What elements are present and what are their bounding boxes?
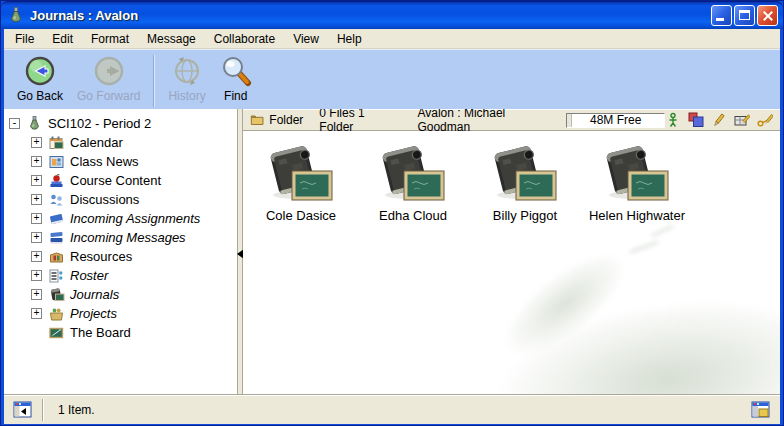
free-space-meter: 48M Free	[566, 113, 665, 128]
resources-icon	[48, 249, 65, 265]
journal-item-cole-dasice[interactable]: Cole Dasice	[245, 145, 357, 223]
folder-info-bar: Folder 0 Files 1 Folder Avalon : Michael…	[243, 109, 780, 131]
history-label: History	[168, 89, 205, 103]
tree-item-incoming-messages[interactable]: + Incoming Messages	[31, 228, 237, 247]
journal-name: Helen Highwater	[589, 208, 685, 223]
journal-item-billy-piggot[interactable]: Billy Piggot	[469, 145, 581, 223]
journal-name: Billy Piggot	[493, 208, 557, 223]
watermark-squiggle	[630, 241, 661, 259]
back-arrow-icon	[24, 55, 56, 87]
journal-item-edha-cloud[interactable]: Edha Cloud	[357, 145, 469, 223]
go-back-label: Go Back	[17, 89, 63, 103]
magnifier-icon	[220, 55, 252, 87]
collapse-panel-icon	[13, 400, 33, 420]
tree-item-roster[interactable]: + Roster	[31, 266, 237, 285]
minimize-icon	[716, 18, 724, 21]
menu-help[interactable]: Help	[328, 30, 371, 48]
class-news-icon	[48, 154, 65, 170]
edit-note-icon[interactable]	[734, 112, 750, 128]
go-forward-button[interactable]: Go Forward	[70, 55, 147, 103]
free-space-label: 48M Free	[567, 113, 664, 127]
pencil-icon[interactable]	[711, 112, 727, 128]
expand-expander-icon[interactable]: +	[31, 137, 42, 148]
statusbar-separator	[42, 399, 44, 421]
folder-panel: Folder 0 Files 1 Folder Avalon : Michael…	[243, 109, 780, 394]
menu-collaborate[interactable]: Collaborate	[205, 30, 284, 48]
incoming-assignments-icon	[48, 211, 65, 227]
history-button[interactable]: History	[161, 55, 212, 103]
app-window: Journals : Avalon File Edit Format Messa…	[0, 0, 784, 426]
menu-format[interactable]: Format	[82, 30, 138, 48]
expand-expander-icon[interactable]: +	[31, 194, 42, 205]
projects-icon	[48, 306, 65, 322]
go-back-button[interactable]: Go Back	[10, 55, 70, 103]
tree-item-projects[interactable]: + Projects	[31, 304, 237, 323]
main-area: - SCI102 - Period 2 + Calendar	[4, 109, 780, 394]
flask-icon	[26, 116, 43, 132]
journal-book-icon	[267, 145, 335, 203]
journal-book-icon	[603, 145, 671, 203]
chalkboard-icon	[48, 325, 65, 341]
status-bar: 1 Item.	[4, 394, 780, 424]
layout-panel-button[interactable]	[751, 400, 771, 420]
collapse-panel-button[interactable]	[4, 400, 42, 420]
tree-item-calendar[interactable]: + Calendar	[31, 133, 237, 152]
window-title: Journals : Avalon	[30, 8, 711, 23]
tree-root-sci102[interactable]: - SCI102 - Period 2	[9, 114, 237, 133]
expand-expander-icon[interactable]: +	[31, 308, 42, 319]
journal-name: Edha Cloud	[379, 208, 447, 223]
menu-message[interactable]: Message	[138, 30, 205, 48]
toolbar-separator	[153, 55, 155, 107]
member-icon[interactable]	[665, 112, 681, 128]
tree-item-class-news[interactable]: + Class News	[31, 152, 237, 171]
folder-type-label: Folder	[269, 113, 303, 127]
course-content-icon	[48, 173, 65, 189]
forward-arrow-icon	[93, 55, 125, 87]
tree-item-the-board[interactable]: The Board	[31, 323, 237, 342]
collapse-expander-icon[interactable]: -	[9, 118, 20, 129]
expand-expander-icon[interactable]: +	[31, 270, 42, 281]
menu-edit[interactable]: Edit	[43, 30, 82, 48]
globe-icon	[171, 55, 203, 87]
toolbar: Go Back Go Forward History	[4, 49, 780, 109]
key-pencil-icon[interactable]	[757, 112, 773, 128]
find-label: Find	[224, 89, 247, 103]
infobar-tools	[665, 112, 773, 128]
minimize-button[interactable]	[711, 5, 732, 26]
folder-icon	[250, 112, 264, 128]
expand-expander-icon[interactable]: +	[31, 175, 42, 186]
tree-item-course-content[interactable]: + Course Content	[31, 171, 237, 190]
expand-expander-icon[interactable]: +	[31, 156, 42, 167]
flask-icon	[7, 7, 25, 25]
expand-expander-icon[interactable]: +	[31, 251, 42, 262]
journal-items: Cole Dasice	[243, 131, 780, 223]
maximize-button[interactable]	[734, 5, 755, 26]
tree-item-resources[interactable]: + Resources	[31, 247, 237, 266]
go-forward-label: Go Forward	[77, 89, 140, 103]
journal-name: Cole Dasice	[266, 208, 336, 223]
expand-expander-icon[interactable]: +	[31, 213, 42, 224]
tree-root-label: SCI102 - Period 2	[48, 116, 151, 131]
expand-expander-icon[interactable]: +	[31, 289, 42, 300]
island-watermark	[487, 234, 642, 374]
discussions-icon	[48, 192, 65, 208]
find-button[interactable]: Find	[213, 55, 259, 103]
menu-file[interactable]: File	[6, 30, 43, 48]
tree-item-journals[interactable]: + Journals	[31, 285, 237, 304]
close-button[interactable]	[757, 5, 778, 26]
tree-item-incoming-assignments[interactable]: + Incoming Assignments	[31, 209, 237, 228]
menu-view[interactable]: View	[284, 30, 328, 48]
item-count-label: 1 Item.	[58, 403, 95, 417]
expand-expander-icon[interactable]: +	[31, 232, 42, 243]
roster-icon	[48, 268, 65, 284]
maximize-icon	[739, 10, 750, 20]
watermark-squiggle	[651, 225, 675, 241]
class-tree-panel: - SCI102 - Period 2 + Calendar	[4, 109, 237, 394]
layers-icon[interactable]	[688, 112, 704, 128]
calendar-icon	[48, 135, 65, 151]
incoming-messages-icon	[48, 230, 65, 246]
journal-item-helen-highwater[interactable]: Helen Highwater	[581, 145, 693, 223]
menu-bar: File Edit Format Message Collaborate Vie…	[4, 29, 780, 49]
layout-panel-icon	[751, 400, 771, 420]
tree-item-discussions[interactable]: + Discussions	[31, 190, 237, 209]
